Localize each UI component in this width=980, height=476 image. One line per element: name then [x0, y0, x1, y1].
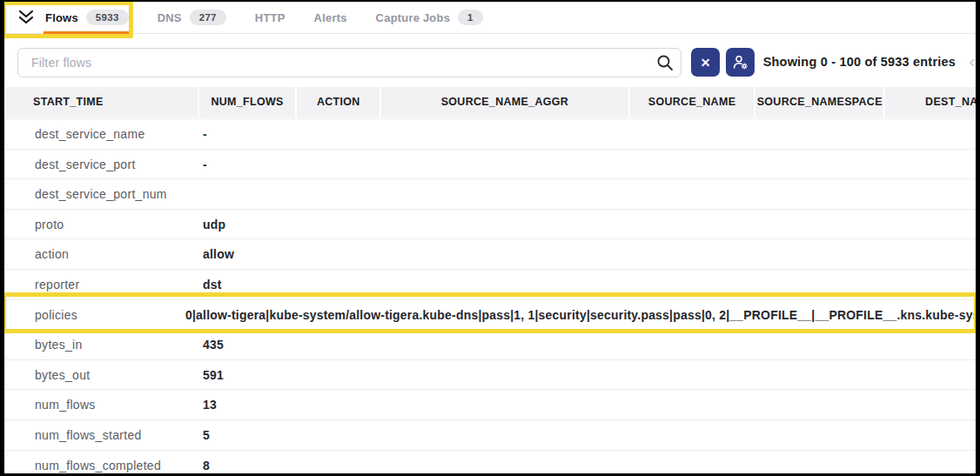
detail-key: reporter [35, 270, 79, 299]
detail-row: num_flows_completed 8 [4, 450, 976, 473]
detail-key: dest_service_port [35, 150, 136, 179]
detail-value: allow [203, 239, 976, 269]
detail-key: num_flows [35, 390, 96, 419]
filter-flows-input[interactable] [17, 48, 681, 77]
pagination-prev-icon[interactable]: ‹ [969, 51, 975, 70]
detail-value: 0|allow-tigera|kube-system/allow-tigera.… [185, 300, 976, 330]
flow-detail-list: dest_service_name - dest_service_port - … [4, 118, 976, 473]
detail-value: 5 [203, 420, 976, 450]
tab-flows-label: Flows [45, 11, 78, 24]
detail-key: bytes_in [35, 330, 83, 359]
detail-row-policies: policies 0|allow-tigera|kube-system/allo… [4, 299, 976, 330]
detail-row: dest_service_port_num [4, 178, 976, 209]
detail-row: num_flows 13 [4, 389, 976, 419]
tab-capture-jobs-count-badge: 1 [458, 10, 483, 25]
detail-key: dest_service_port_num [35, 179, 167, 209]
tab-http[interactable]: HTTP [255, 2, 285, 34]
user-gear-icon [732, 54, 748, 70]
detail-key: bytes_out [35, 360, 90, 390]
tab-capture-jobs[interactable]: Capture Jobs 1 [376, 2, 483, 34]
detail-key: num_flows_started [35, 420, 142, 450]
detail-value: 8 [203, 451, 976, 473]
detail-row: proto udp [4, 209, 976, 239]
close-icon: ✕ [701, 56, 711, 70]
pagination-status: Showing 0 - 100 of 5933 entries [763, 55, 956, 69]
tab-alerts-label: Alerts [314, 11, 347, 24]
tab-bar: Flows 5933 DNS 277 HTTP Alerts Capture J… [4, 2, 976, 34]
tab-dns[interactable]: DNS 277 [158, 2, 226, 34]
detail-value: 13 [203, 390, 976, 419]
detail-value: - [203, 150, 976, 179]
app-frame: Flows 5933 DNS 277 HTTP Alerts Capture J… [0, 0, 980, 476]
detail-row: num_flows_started 5 [4, 419, 976, 450]
detail-value: udp [203, 210, 976, 239]
tab-capture-jobs-label: Capture Jobs [376, 11, 450, 24]
column-header-source-name-aggr[interactable]: SOURCE_NAME_AGGR [381, 87, 628, 117]
detail-value: dst [203, 270, 976, 299]
detail-key: proto [35, 210, 64, 239]
detail-key: action [35, 239, 69, 269]
detail-row: bytes_in 435 [4, 329, 976, 359]
column-header-action[interactable]: ACTION [297, 87, 379, 117]
tab-dns-label: DNS [158, 11, 182, 24]
tab-dns-count-badge: 277 [190, 10, 226, 25]
filter-field-wrap [17, 48, 681, 77]
clear-filter-button[interactable]: ✕ [691, 48, 720, 77]
table-header-row: START_TIME NUM_FLOWS ACTION SOURCE_NAME_… [6, 87, 976, 117]
detail-value: 435 [203, 330, 976, 359]
column-header-source-namespace[interactable]: SOURCE_NAMESPACE [755, 87, 883, 117]
detail-key: num_flows_completed [35, 451, 161, 473]
tab-flows-count-badge: 5933 [86, 10, 129, 25]
column-header-source-name[interactable]: SOURCE_NAME [630, 87, 755, 117]
user-settings-button[interactable] [726, 48, 755, 77]
detail-key: dest_service_name [35, 119, 145, 149]
detail-key: policies [35, 300, 77, 330]
detail-value: - [203, 119, 976, 149]
detail-row: reporter dst [4, 269, 976, 299]
detail-row: bytes_out 591 [4, 359, 976, 390]
tab-alerts[interactable]: Alerts [314, 2, 347, 34]
flow-logs-panel: Flows 5933 DNS 277 HTTP Alerts Capture J… [4, 2, 976, 473]
tab-http-label: HTTP [255, 11, 285, 24]
search-icon[interactable] [656, 54, 674, 71]
expand-all-rows-icon[interactable] [16, 9, 37, 26]
column-header-start-time[interactable]: START_TIME [6, 87, 198, 117]
detail-row: dest_service_name - [4, 118, 976, 149]
detail-row: dest_service_port - [4, 149, 976, 179]
detail-row: action allow [4, 238, 976, 269]
column-header-num-flows[interactable]: NUM_FLOWS [199, 87, 296, 117]
detail-value: 591 [203, 360, 976, 390]
column-header-dest-name[interactable]: DEST_NA [885, 87, 976, 117]
tab-flows[interactable]: Flows 5933 [45, 2, 129, 34]
